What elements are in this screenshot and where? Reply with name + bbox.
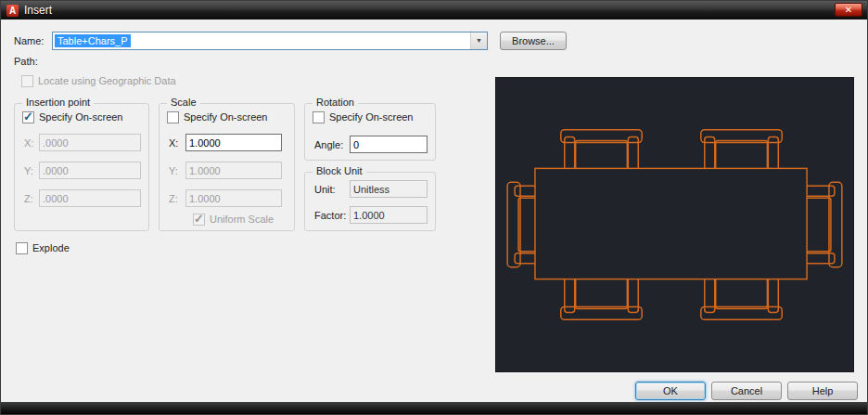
- insertion-z-field: [39, 189, 141, 207]
- explode-checkbox[interactable]: [16, 242, 28, 254]
- insertion-x-label: X:: [24, 137, 33, 149]
- path-label: Path:: [14, 56, 38, 67]
- scale-group: Scale Specify On-screen X: Y: Z: ✓Unifor…: [159, 103, 295, 231]
- angle-field[interactable]: [350, 136, 428, 153]
- insertion-y-field: [39, 162, 141, 179]
- ok-button[interactable]: OK: [635, 382, 706, 400]
- close-icon: ✕: [845, 5, 852, 15]
- scale-z-field: [185, 189, 282, 207]
- uniform-scale-row: ✓Uniform Scale: [193, 214, 274, 226]
- rotation-specify-row: Specify On-screen: [313, 111, 413, 123]
- chevron-down-icon: ▼: [476, 37, 482, 44]
- factor-label: Factor:: [314, 210, 346, 221]
- scale-y-field: [185, 162, 282, 179]
- title-bar: A Insert: [1, 1, 867, 19]
- table-top: [535, 168, 807, 279]
- table-with-chairs-drawing: [496, 78, 853, 371]
- geographic-data-checkbox-row: Locate using Geographic Data: [21, 75, 176, 87]
- scale-title: Scale: [167, 97, 200, 108]
- unit-label: Unit:: [314, 184, 336, 195]
- factor-field: [350, 206, 428, 224]
- unit-field: [350, 180, 428, 198]
- scale-z-label: Z:: [169, 193, 178, 204]
- insertion-y-label: Y:: [24, 165, 33, 176]
- browse-button[interactable]: Browse...: [500, 32, 567, 50]
- insertion-specify-label: Specify On-screen: [39, 111, 122, 123]
- cancel-button[interactable]: Cancel: [711, 382, 782, 400]
- insertion-x-field: [39, 134, 141, 151]
- insertion-point-title: Insertion point: [22, 97, 94, 108]
- rotation-group: Rotation Specify On-screen Angle:: [304, 103, 436, 161]
- explode-row: Explode: [16, 242, 70, 254]
- uniform-scale-label: Uniform Scale: [210, 214, 274, 225]
- uniform-scale-checkbox: ✓: [193, 214, 205, 226]
- bottom-strip: [1, 402, 867, 414]
- combobox-dropdown-button[interactable]: ▼: [470, 32, 487, 49]
- angle-label: Angle:: [314, 139, 343, 150]
- rotation-specify-label: Specify On-screen: [329, 111, 413, 123]
- close-button[interactable]: ✕: [835, 3, 862, 17]
- scale-x-label: X:: [169, 137, 178, 149]
- rotation-specify-checkbox[interactable]: [313, 111, 325, 123]
- block-name-selected-text: Table+Chars_P: [55, 34, 131, 47]
- rotation-title: Rotation: [313, 97, 358, 108]
- insertion-point-group: Insertion point ✓Specify On-screen X: Y:…: [14, 103, 149, 231]
- check-icon: ✓: [23, 110, 33, 123]
- autocad-app-icon: A: [6, 5, 19, 17]
- block-name-combobox[interactable]: Table+Chars_P ▼: [52, 32, 488, 50]
- window-title: Insert: [24, 4, 52, 17]
- block-preview-pane: [495, 77, 854, 372]
- insertion-specify-row: ✓Specify On-screen: [22, 111, 122, 123]
- scale-specify-checkbox[interactable]: [167, 111, 179, 123]
- geographic-data-label: Locate using Geographic Data: [38, 75, 176, 86]
- scale-specify-label: Specify On-screen: [184, 111, 267, 123]
- scale-x-field[interactable]: [185, 134, 282, 151]
- insertion-z-label: Z:: [24, 193, 33, 204]
- block-unit-title: Block Unit: [313, 165, 366, 176]
- geographic-data-checkbox: [21, 75, 33, 87]
- insert-dialog: A Insert ✕ Name: Table+Chars_P ▼ Browse.…: [0, 0, 868, 415]
- check-icon: ✓: [194, 212, 204, 226]
- name-label: Name:: [14, 35, 44, 46]
- block-unit-group: Block Unit Unit: Factor:: [304, 172, 436, 231]
- explode-label: Explode: [32, 242, 70, 253]
- insertion-specify-checkbox[interactable]: ✓: [22, 111, 34, 123]
- help-button[interactable]: Help: [787, 382, 858, 400]
- scale-y-label: Y:: [169, 165, 178, 176]
- scale-specify-row: Specify On-screen: [167, 111, 267, 123]
